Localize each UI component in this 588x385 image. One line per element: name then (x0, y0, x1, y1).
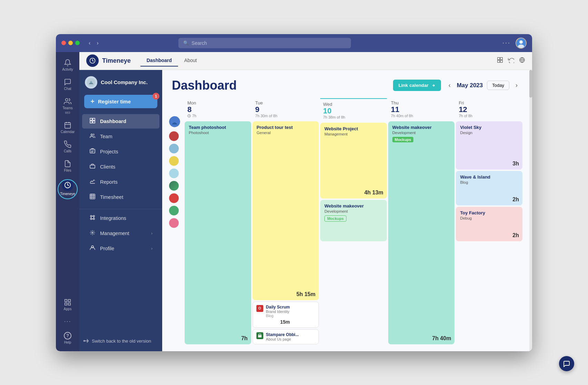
nav-item-projects[interactable]: Projects (82, 144, 159, 159)
maximize-button[interactable] (75, 41, 80, 45)
sidebar-item-help[interactable]: ? Help (59, 329, 77, 347)
day-num-thu: 11 (391, 105, 452, 114)
more-dots[interactable]: ··· (64, 315, 71, 328)
event-violet-sky[interactable]: Violet Sky Design 3h (456, 121, 522, 170)
avatar-2 (169, 144, 179, 153)
search-bar: 🔍 (178, 38, 351, 48)
event-website-makeover-thu[interactable]: Website makeover Development Mockups 7h … (388, 121, 455, 344)
nav-item-reports[interactable]: Reports (82, 175, 159, 189)
svg-point-47 (92, 232, 93, 233)
scrum-sub: Brand Identity (266, 310, 290, 314)
calendar-icon (64, 121, 71, 129)
app-logo: Timeneye (86, 54, 131, 67)
event-time: 7h (241, 335, 248, 342)
chat-bubble[interactable] (559, 356, 574, 371)
event-tag: Mockups (392, 137, 414, 142)
scrollbar-track[interactable] (529, 70, 532, 351)
switch-version-label: Switch back to the old version (92, 338, 151, 344)
switch-version-link[interactable]: Switch back to the old version (79, 335, 162, 347)
search-input[interactable] (192, 40, 346, 46)
svg-point-40 (93, 215, 95, 217)
sidebar-item-calendar[interactable]: Calendar (59, 119, 77, 136)
svg-rect-4 (65, 122, 71, 128)
event-website-makeover-wed[interactable]: Website makeover Development Mockups (320, 200, 387, 241)
register-time-button[interactable]: Register time 1 (84, 95, 157, 108)
day-num-wed: 10 (323, 107, 384, 115)
next-month-button[interactable]: › (513, 80, 520, 90)
event-sub: Design (460, 131, 518, 135)
stampare-sub: About Us page (266, 337, 299, 341)
more-options-button[interactable]: ··· (502, 39, 511, 47)
sidebar-item-activity[interactable]: Activity (59, 56, 77, 74)
event-wave-island[interactable]: Wave & Island Blog 2h (456, 171, 522, 205)
timeneye-sidebar: Cool Company Inc. Register time 1 Dashbo… (79, 70, 162, 351)
stampare-content: Stampare Obbi... About Us page (266, 332, 299, 341)
avatar-8 (169, 218, 179, 228)
svg-point-39 (90, 215, 92, 217)
nav-spacer (79, 256, 162, 335)
refresh-button[interactable] (508, 57, 514, 65)
sidebar-item-calls[interactable]: Calls (59, 138, 77, 156)
day-header-thu: Thu 11 7h 40m of 8h (388, 98, 455, 121)
files-label: Files (64, 169, 71, 172)
event-stampare[interactable]: Stampare Obbi... About Us page (253, 329, 319, 344)
inner-main: Timeneye Dashboard About (79, 52, 532, 351)
event-website-project[interactable]: Website Project Management 4h 13m (320, 123, 387, 199)
sidebar-item-chat[interactable]: Chat (59, 75, 77, 93)
event-product-tour[interactable]: Product tour test General 5h 15m (253, 121, 319, 300)
day-columns: Mon 8 7h Team photoshoot (185, 98, 522, 344)
nav-item-dashboard[interactable]: Dashboard (82, 114, 159, 129)
nav-item-team[interactable]: Team (82, 129, 159, 144)
nav-item-clients[interactable]: Clients (82, 160, 159, 174)
calls-label: Calls (64, 149, 71, 153)
event-sub: Management (324, 132, 383, 136)
scrum-time: 15m (266, 319, 290, 325)
tab-dashboard[interactable]: Dashboard (140, 55, 178, 67)
nav-item-management[interactable]: Management › (82, 226, 159, 241)
stampare-title: Stampare Obbi... (266, 332, 299, 337)
link-calendar-button[interactable]: Link calendar (393, 80, 441, 91)
scrollbar-thumb[interactable] (529, 70, 532, 98)
stampare-icon (256, 332, 263, 339)
svg-rect-27 (90, 121, 92, 123)
nav-management-label: Management (100, 231, 129, 236)
app-header-right (497, 57, 525, 65)
svg-rect-25 (93, 118, 95, 120)
back-button[interactable]: ‹ (87, 39, 92, 48)
chat-label: Chat (64, 87, 71, 91)
event-time: 2h (512, 196, 519, 203)
nav-item-timesheet[interactable]: Timesheet (82, 190, 159, 204)
close-button[interactable] (61, 41, 66, 45)
company-header: Cool Company Inc. (79, 70, 162, 95)
avatars-column (169, 98, 184, 344)
day-num-fri: 12 (459, 105, 520, 114)
tab-about[interactable]: About (178, 55, 203, 67)
app-window: ‹ › 🔍 ··· Activity (56, 34, 532, 351)
avatar-4 (169, 169, 179, 178)
event-daily-scrum[interactable]: O Daily Scrum Brand Identity Blog 15m (253, 302, 319, 328)
today-button[interactable]: Today (487, 81, 509, 90)
avatar-6 (169, 193, 179, 203)
prev-month-button[interactable]: ‹ (447, 80, 453, 90)
sidebar-item-timeneye[interactable]: Timeneye (59, 176, 77, 199)
grid-view-button[interactable] (497, 57, 503, 65)
nav-team-label: Team (100, 134, 112, 139)
minimize-button[interactable] (68, 41, 73, 45)
globe-button[interactable] (519, 57, 525, 65)
files-icon (64, 160, 71, 168)
svg-rect-24 (90, 118, 92, 120)
sidebar-item-teams[interactable]: Teams 883 (59, 95, 77, 117)
day-name-mon: Mon (187, 100, 248, 105)
nav-item-profile[interactable]: Profile › (82, 241, 159, 256)
event-team-photoshoot[interactable]: Team photoshoot Photoshoot 7h (185, 121, 251, 344)
nav-item-integrations[interactable]: Integrations (82, 211, 159, 225)
register-time-label: Register time (98, 99, 131, 104)
svg-point-42 (93, 218, 95, 220)
event-toy-factory[interactable]: Toy Factory Debug 2h (456, 207, 522, 241)
forward-button[interactable]: › (95, 39, 100, 48)
avatar-5 (169, 181, 179, 191)
sidebar-item-files[interactable]: Files (59, 157, 77, 175)
sidebar-item-apps[interactable]: Apps (59, 296, 77, 314)
user-avatar[interactable] (516, 38, 527, 49)
management-nav-icon (89, 230, 96, 237)
